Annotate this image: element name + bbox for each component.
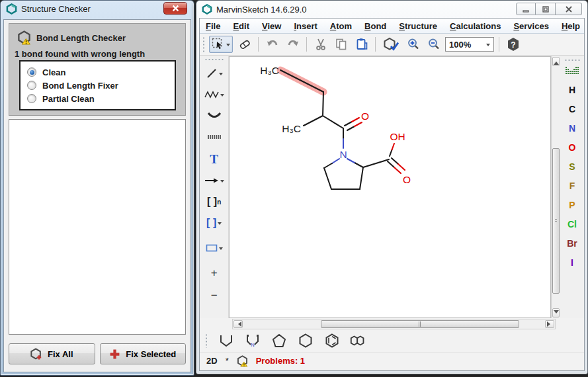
radio-clean[interactable]: Clean — [27, 67, 168, 77]
radio-bond-length-fixer-label: Bond Length Fixer — [42, 81, 118, 91]
menu-insert[interactable]: Insert — [294, 21, 317, 31]
element-i-button[interactable]: I — [571, 253, 573, 272]
template-open-ring-button[interactable] — [217, 332, 235, 349]
dimension-indicator[interactable]: 2D — [206, 356, 218, 366]
menu-bond[interactable]: Bond — [364, 21, 386, 31]
zoom-in-button[interactable] — [404, 36, 422, 53]
increase-charge-tool[interactable]: + — [201, 265, 228, 281]
cut-button[interactable] — [312, 36, 329, 53]
eraser-button[interactable] — [235, 36, 253, 53]
template-benzene-button[interactable] — [323, 332, 341, 349]
atom-label-top-methyl: H₃C — [261, 65, 280, 76]
horizontal-scroll-thumb[interactable] — [321, 320, 519, 328]
select-tool-button[interactable] — [209, 36, 233, 53]
marvin-body: File Edit View Insert Atom Bond Structur… — [199, 18, 585, 371]
repeat-group-tool[interactable]: [ ]n — [201, 194, 228, 210]
problems-indicator[interactable]: Problems: 1 — [256, 356, 305, 366]
marvin-titlebar[interactable]: MarvinSketch 14.6.29.0 — [196, 1, 587, 18]
zoom-out-button[interactable] — [425, 36, 442, 53]
rectangle-icon — [206, 244, 218, 252]
help-icon: ? — [506, 37, 521, 52]
scroll-left-button[interactable] — [233, 320, 243, 328]
atom-label-amide-oxygen: O — [361, 110, 369, 122]
template-fused-rings-button[interactable] — [349, 332, 368, 349]
periodic-table-icon — [566, 67, 579, 77]
element-f-button[interactable]: F — [569, 176, 575, 195]
radio-partial-clean-control[interactable] — [27, 94, 36, 103]
template-cyclohexane-button[interactable] — [296, 332, 315, 349]
menu-view[interactable]: View — [262, 21, 281, 31]
bond-tool[interactable] — [201, 65, 228, 81]
radio-bond-length-fixer[interactable]: Bond Length Fixer — [27, 81, 168, 91]
close-icon[interactable] — [556, 3, 582, 15]
toolbar-grip — [202, 36, 205, 52]
menu-structure[interactable]: Structure — [399, 21, 437, 31]
zoom-level-combobox[interactable]: 100% — [445, 37, 494, 52]
close-icon[interactable] — [163, 2, 187, 15]
template-cyclopentane-button[interactable] — [270, 332, 288, 349]
molecule-drawing: H₃C H₃C O N OH O — [230, 57, 550, 317]
element-palette: HCNOSFPClBrI — [560, 56, 584, 318]
zoom-in-icon — [407, 38, 420, 51]
text-tool[interactable]: T — [201, 151, 228, 167]
bracket-tool[interactable]: [ ] — [201, 215, 228, 231]
copy-button[interactable] — [332, 36, 350, 53]
element-br-button[interactable]: Br — [567, 233, 577, 253]
vertical-scrollbar[interactable] — [551, 56, 560, 318]
menu-edit[interactable]: Edit — [233, 21, 249, 31]
redo-button[interactable] — [284, 36, 302, 53]
menu-atom[interactable]: Atom — [330, 21, 352, 31]
periodic-table-button[interactable] — [566, 63, 579, 80]
element-o-button[interactable]: O — [569, 138, 576, 157]
element-cl-button[interactable]: Cl — [567, 214, 577, 233]
issue-list[interactable] — [9, 119, 186, 335]
paste-button[interactable] — [353, 36, 370, 53]
element-p-button[interactable]: P — [569, 195, 575, 214]
menu-help[interactable]: Help — [562, 21, 580, 31]
chain-tool[interactable] — [201, 87, 228, 103]
element-c-button[interactable]: C — [569, 99, 575, 118]
menu-services[interactable]: Services — [513, 21, 549, 31]
radio-partial-clean[interactable]: Partial Clean — [27, 94, 168, 104]
check-structure-button[interactable] — [380, 36, 401, 53]
hashed-bond-icon — [207, 134, 222, 140]
eraser-icon — [238, 38, 251, 50]
radio-clean-control[interactable] — [27, 67, 36, 77]
menu-file[interactable]: File — [206, 21, 220, 31]
palette-grip — [204, 58, 224, 61]
element-n-button[interactable]: N — [569, 118, 575, 138]
undo-button[interactable] — [263, 36, 281, 53]
radio-bond-length-fixer-control[interactable] — [27, 81, 36, 90]
template-toolbar-grip — [205, 333, 208, 348]
restore-icon[interactable] — [536, 3, 556, 15]
sketch-canvas[interactable]: H₃C H₃C O N OH O — [229, 56, 551, 318]
scroll-down-button[interactable] — [552, 308, 560, 317]
scroll-right-button[interactable] — [545, 320, 554, 328]
checker-titlebar[interactable]: Structure Checker — [1, 1, 194, 17]
bond-length-checker-panel: Bond Length Checker 1 bond found with wr… — [9, 23, 186, 116]
element-h-button[interactable]: H — [569, 80, 575, 99]
scroll-up-button[interactable] — [552, 57, 560, 66]
horizontal-scrollbar[interactable] — [232, 319, 556, 329]
radio-partial-clean-label: Partial Clean — [42, 94, 95, 104]
template-pyrrolidine-button[interactable]: N — [243, 332, 262, 349]
arc-tool[interactable] — [201, 108, 228, 124]
status-bar: 2D * Problems: 1 — [200, 352, 584, 369]
element-s-button[interactable]: S — [569, 157, 575, 176]
template-toolbar: N — [200, 331, 584, 351]
decrease-charge-tool[interactable]: − — [201, 288, 228, 304]
checker-title: Structure Checker — [21, 4, 91, 14]
fix-selected-label: Fix Selected — [126, 349, 176, 359]
zoom-level-value: 100% — [449, 40, 482, 50]
reaction-arrow-tool[interactable] — [201, 173, 228, 188]
minimize-icon[interactable] — [516, 3, 536, 15]
element-list: HCNOSFPClBrI — [567, 80, 577, 272]
fix-all-button[interactable]: Fix All — [9, 343, 95, 364]
fix-selected-button[interactable]: Fix Selected — [100, 343, 187, 364]
graphics-rectangle-tool[interactable] — [201, 240, 228, 256]
vertical-scroll-thumb[interactable] — [552, 148, 560, 294]
multiple-bond-tool[interactable] — [201, 129, 228, 145]
chain-icon — [204, 90, 219, 99]
menu-calculations[interactable]: Calculations — [450, 21, 501, 31]
help-button[interactable]: ? — [504, 36, 522, 53]
